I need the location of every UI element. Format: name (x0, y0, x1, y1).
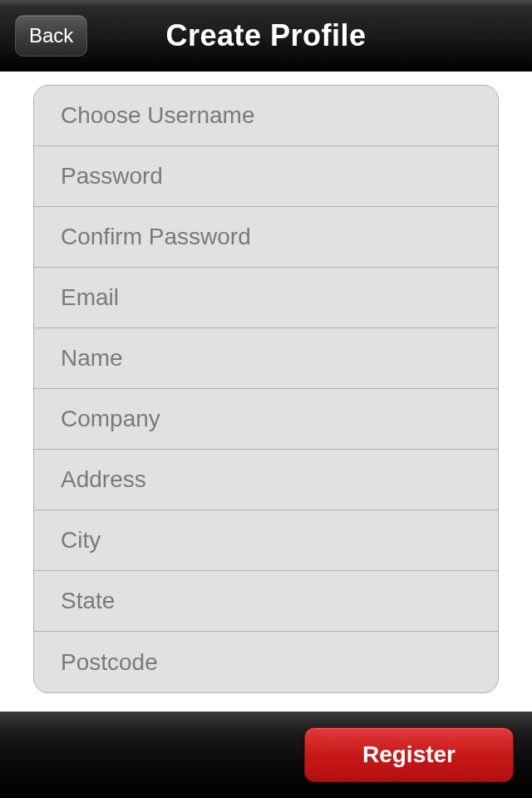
username-field[interactable] (34, 86, 498, 146)
company-field[interactable] (34, 389, 498, 450)
password-field[interactable] (34, 146, 498, 207)
profile-form (33, 85, 499, 693)
page-title: Create Profile (165, 18, 366, 53)
email-field[interactable] (34, 268, 498, 328)
back-button-label: Back (29, 24, 73, 47)
city-field[interactable] (34, 510, 498, 571)
confirm-password-field[interactable] (34, 207, 498, 268)
register-button[interactable]: Register (304, 727, 514, 782)
state-field[interactable] (34, 571, 498, 632)
content-area (0, 71, 532, 712)
header-bar: Back Create Profile (0, 0, 532, 71)
back-button[interactable]: Back (15, 15, 87, 57)
address-field[interactable] (34, 450, 498, 510)
footer-bar: Register (0, 712, 532, 798)
register-button-label: Register (362, 741, 456, 767)
postcode-field[interactable] (34, 632, 498, 692)
name-field[interactable] (34, 328, 498, 389)
